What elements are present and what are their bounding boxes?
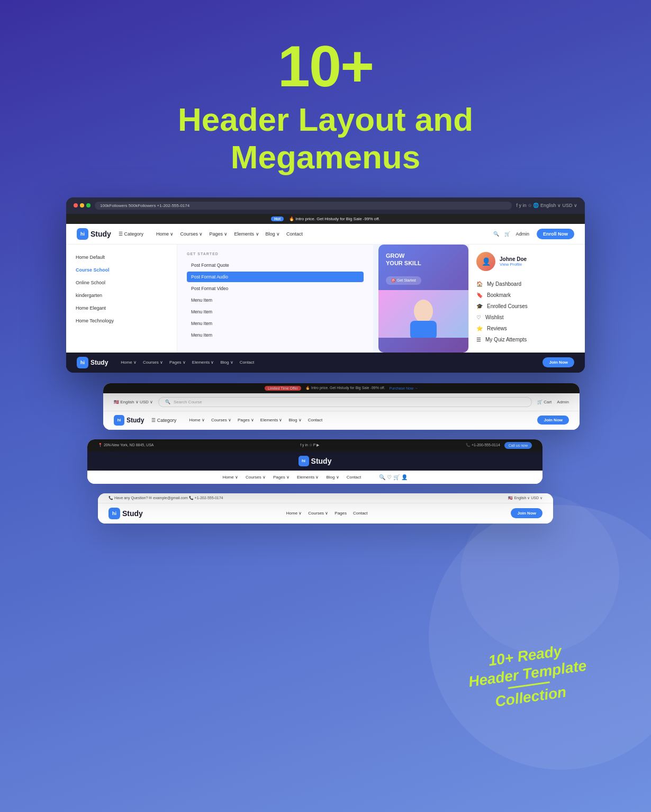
header-4-top: 📞 Have any Question? ✉ example@gmail.com… bbox=[98, 493, 553, 503]
mega-link-post-video[interactable]: Post Format Video bbox=[187, 283, 364, 294]
header2-lang[interactable]: 🇺🇸 English ∨ USD ∨ bbox=[114, 400, 153, 404]
logo-icon-1: hi bbox=[77, 228, 88, 240]
header4-right: 🇺🇸 English ∨ USD ∨ bbox=[508, 496, 542, 500]
dot-green bbox=[86, 203, 91, 207]
nav3-blog[interactable]: Blog ∨ bbox=[326, 475, 339, 480]
nav2-contact[interactable]: Contact bbox=[308, 418, 323, 422]
nav2-pages[interactable]: Pages ∨ bbox=[238, 418, 254, 422]
header2-purchase-btn[interactable]: Purchase Now → bbox=[390, 386, 418, 390]
logo-3: hi Study bbox=[299, 456, 332, 466]
menu-item-home-technology[interactable]: Home Technology bbox=[66, 314, 177, 327]
nav4-home[interactable]: Home ∨ bbox=[286, 511, 302, 516]
header2-badge: Limited Time Offer bbox=[265, 386, 301, 391]
join-button-2[interactable]: Join Now bbox=[537, 416, 569, 425]
mega-link-post-audio[interactable]: Post Format Audio bbox=[187, 272, 364, 282]
mega-link-menu-4[interactable]: Menu Item bbox=[187, 330, 364, 340]
dark-nav-blog[interactable]: Blog ∨ bbox=[220, 360, 233, 365]
nav-links-1: Home ∨ Courses ∨ Pages ∨ Elements ∨ Blog… bbox=[156, 231, 486, 237]
mega-card-image bbox=[378, 290, 468, 338]
nav3-pages[interactable]: Pages ∨ bbox=[273, 475, 290, 480]
header-2-middle: 🇺🇸 English ∨ USD ∨ 🔍 Search Course 🛒 Car… bbox=[103, 393, 580, 411]
nav3-home[interactable]: Home ∨ bbox=[222, 475, 238, 480]
mega-link-post-quote[interactable]: Post Format Quote bbox=[187, 260, 364, 270]
dark-nav-contact[interactable]: Contact bbox=[240, 360, 255, 365]
header3-phone: 📞 +1-200-555-0114 bbox=[466, 443, 500, 447]
admin-label-1: Admin bbox=[516, 231, 529, 237]
dark-logo-1: hi Study bbox=[77, 357, 108, 368]
mega-link-menu-2[interactable]: Menu Item bbox=[187, 306, 364, 317]
quiz-icon: ☰ bbox=[476, 337, 481, 342]
profile-menu-dashboard[interactable]: 🏠 My Dashboard bbox=[476, 278, 577, 290]
menu-item-kindergarten[interactable]: kindergarten bbox=[66, 289, 177, 302]
nav-elements-1[interactable]: Elements ∨ bbox=[234, 231, 259, 237]
hero-number: 10+ bbox=[178, 37, 473, 95]
dark-logo-icon: hi bbox=[77, 357, 88, 368]
browser-social: f y in ☆ 🌐 English ∨ USD ∨ bbox=[516, 203, 577, 208]
nav-home-1[interactable]: Home ∨ bbox=[156, 231, 174, 237]
dark-nav-pages[interactable]: Pages ∨ bbox=[169, 360, 186, 365]
menu-item-home-elegant[interactable]: Home Elegant bbox=[66, 302, 177, 314]
header-3-nav: Home ∨ Courses ∨ Pages ∨ Elements ∨ Blog… bbox=[87, 471, 542, 484]
nav3-courses[interactable]: Courses ∨ bbox=[246, 475, 266, 480]
dark-nav-courses[interactable]: Courses ∨ bbox=[143, 360, 163, 365]
search-icon-2: 🔍 bbox=[165, 400, 170, 404]
category-button-2[interactable]: ☰ Category bbox=[151, 418, 176, 423]
menu-item-home-default[interactable]: Home Default bbox=[66, 251, 177, 264]
wishlist-icon: ♡ bbox=[476, 314, 481, 320]
menu-item-course-school[interactable]: Course School bbox=[66, 264, 177, 276]
nav-blog-1[interactable]: Blog ∨ bbox=[266, 231, 281, 237]
nav2-home[interactable]: Home ∨ bbox=[189, 418, 205, 422]
header3-social: f y in ☆ P ▶ bbox=[300, 443, 319, 447]
nav-pages-1[interactable]: Pages ∨ bbox=[209, 231, 228, 237]
dark-nav-home[interactable]: Home ∨ bbox=[121, 360, 137, 365]
profile-menu-quiz[interactable]: ☰ My Quiz Attempts bbox=[476, 334, 577, 345]
cart-icon-1[interactable]: 🛒 bbox=[504, 231, 510, 237]
nav4-pages[interactable]: Pages bbox=[334, 511, 347, 516]
search-icon-1[interactable]: 🔍 bbox=[493, 231, 499, 237]
header3-left: 📍 20N-New York, ND 8845, USA bbox=[98, 443, 154, 447]
enroll-button-1[interactable]: Enroll Now bbox=[537, 229, 574, 239]
nav3-elements[interactable]: Elements ∨ bbox=[297, 475, 319, 480]
nav4-contact[interactable]: Contact bbox=[353, 511, 368, 516]
profile-menu-bookmark[interactable]: 🔖 Bookmark bbox=[476, 290, 577, 301]
mega-card-button[interactable]: 🎯 Get Started bbox=[386, 276, 421, 285]
header-2-nav: hi Study ☰ Category Home ∨ Courses ∨ Pag… bbox=[103, 411, 580, 430]
nav-contact-1[interactable]: Contact bbox=[286, 231, 303, 237]
mega-link-menu-1[interactable]: Menu Item bbox=[187, 295, 364, 305]
dark-nav-elements[interactable]: Elements ∨ bbox=[192, 360, 214, 365]
logo-4: hi Study bbox=[108, 508, 143, 519]
nav4-courses[interactable]: Courses ∨ bbox=[308, 511, 328, 516]
mockups-container: 100kFollowers 500kFollowers +1-202-555-0… bbox=[34, 197, 617, 524]
menu-item-online-school[interactable]: Online School bbox=[66, 276, 177, 289]
card-person-svg bbox=[397, 290, 450, 338]
logo-1: hi Study bbox=[77, 228, 111, 240]
nav2-courses[interactable]: Courses ∨ bbox=[211, 418, 231, 422]
profile-menu-reviews[interactable]: ⭐ Reviews bbox=[476, 323, 577, 334]
nav-courses-1[interactable]: Courses ∨ bbox=[180, 231, 203, 237]
mega-link-menu-3[interactable]: Menu Item bbox=[187, 318, 364, 329]
center-mega-menu: GET STARTED Post Format Quote Post Forma… bbox=[177, 245, 373, 353]
nav3-contact[interactable]: Contact bbox=[347, 475, 361, 480]
header3-cta[interactable]: Call us now bbox=[504, 442, 532, 449]
header2-cart[interactable]: 🛒 Cart bbox=[537, 400, 551, 404]
logo-2: hi Study bbox=[114, 415, 144, 426]
logo-icon-4: hi bbox=[108, 508, 120, 519]
header-2-top-bar: Limited Time Offer 🔥 Intro price. Get Hi… bbox=[103, 383, 580, 393]
logo-icon-3: hi bbox=[299, 456, 309, 466]
svg-rect-1 bbox=[410, 321, 437, 338]
browser-mockup-4: 📞 Have any Question? ✉ example@gmail.com… bbox=[98, 493, 553, 524]
profile-view-link[interactable]: View Profile bbox=[500, 262, 527, 267]
profile-menu-courses[interactable]: 🎓 Enrolled Courses bbox=[476, 301, 577, 312]
svg-point-2 bbox=[417, 302, 430, 317]
browser-mockup-2: Limited Time Offer 🔥 Intro price. Get Hi… bbox=[103, 383, 580, 430]
category-button-1[interactable]: ☰ Category bbox=[119, 231, 143, 237]
header-3-top: 📍 20N-New York, ND 8845, USA f y in ☆ P … bbox=[87, 439, 542, 452]
enrolled-icon: 🎓 bbox=[476, 303, 483, 309]
header2-search[interactable]: 🔍 Search Course bbox=[158, 397, 532, 407]
dark-join-button[interactable]: Join Now bbox=[542, 357, 574, 367]
nav2-blog[interactable]: Blog ∨ bbox=[288, 418, 301, 422]
profile-menu-wishlist[interactable]: ♡ Wishlist bbox=[476, 312, 577, 323]
nav2-elements[interactable]: Elements ∨ bbox=[260, 418, 283, 422]
join-button-4[interactable]: Join Now bbox=[511, 508, 542, 518]
mega-section-title: GET STARTED bbox=[187, 252, 364, 256]
